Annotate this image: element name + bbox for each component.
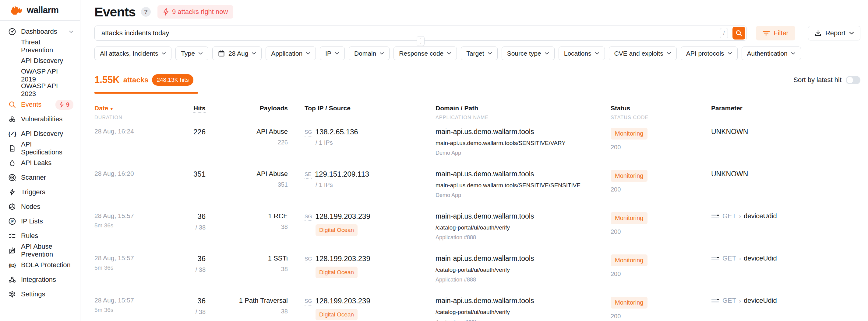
event-row[interactable]: 28 Aug, 15:575m 36s36/ 381 Path Traversa…	[94, 297, 860, 321]
ip-address[interactable]: 128.199.203.239	[315, 254, 370, 263]
ip-address[interactable]: 128.199.203.239	[315, 212, 370, 221]
filter-button[interactable]: Filter	[756, 26, 795, 40]
ip-address[interactable]: 138.2.65.136	[315, 128, 358, 136]
filter-chip-source-type[interactable]: Source type	[502, 46, 555, 60]
sidebar-item-owasp-api-2023[interactable]: OWASP API 2023	[0, 83, 80, 97]
sidebar-item-integrations[interactable]: Integrations	[0, 272, 80, 287]
domain[interactable]: main-api.us.demo.wallarm.tools	[436, 254, 603, 263]
filter-chip-type[interactable]: Type	[176, 46, 208, 60]
gauge-icon	[8, 27, 17, 36]
filter-chip-ip[interactable]: IP	[320, 46, 345, 60]
sidebar-item-nodes[interactable]: Nodes	[0, 200, 80, 214]
event-duration: 5m 36s	[94, 264, 193, 271]
event-row[interactable]: 28 Aug, 15:575m 36s36/ 381 RCE38SG128.19…	[94, 212, 860, 247]
column-header-status[interactable]: Status STATUS CODE	[603, 105, 704, 120]
event-date: 28 Aug, 16:24	[94, 128, 193, 135]
column-header-payloads[interactable]: Payloads	[212, 105, 297, 120]
source-provider-tag[interactable]: Digital Ocean	[315, 309, 358, 320]
status-badge: Monitoring	[611, 212, 648, 224]
column-header-top-ip[interactable]: Top IP / Source	[297, 105, 428, 120]
help-icon[interactable]: ?	[141, 7, 151, 17]
breadcrumb-arrow: ›	[739, 213, 741, 220]
tab-attacks[interactable]: 1.55K attacks 248.13K hits	[94, 74, 193, 86]
search-button[interactable]	[733, 27, 745, 39]
event-row[interactable]: 28 Aug, 16:20351API Abuse351SE129.151.20…	[94, 170, 860, 205]
ip-address[interactable]: 129.151.209.113	[315, 170, 369, 178]
sidebar-item-api-discovery[interactable]: API Discovery	[0, 54, 80, 68]
date-cell: 28 Aug, 15:575m 36s	[94, 254, 193, 289]
event-row[interactable]: 28 Aug, 16:24226API Abuse226SG138.2.65.1…	[94, 128, 860, 163]
parameter-location: GET	[722, 297, 736, 305]
filter-chip-domain[interactable]: Domain	[349, 46, 390, 60]
sidebar-item-label: API Abuse Prevention	[21, 243, 73, 258]
application-name: Application #888	[436, 235, 603, 241]
filter-chip-all-attacks-incidents[interactable]: All attacks, Incidents	[94, 46, 172, 60]
get-param-icon	[711, 256, 719, 261]
filter-chip-locations[interactable]: Locations	[559, 46, 605, 60]
id-braces-icon: {ID}	[8, 261, 17, 269]
shortcut-key-hint: /	[720, 28, 728, 38]
search-expand-handle[interactable]: ⌃ ⌄	[416, 36, 425, 46]
domain-path-cell: main-api.us.demo.wallarm.toolsmain-api.u…	[428, 170, 603, 205]
logo[interactable]: wallarm	[0, 0, 80, 21]
filter-chip-28-aug[interactable]: 28 Aug	[212, 46, 261, 60]
sidebar-item-scanner[interactable]: Scanner	[0, 170, 80, 185]
chevron-down-icon	[545, 52, 549, 55]
parameter-value: deviceUdid	[744, 254, 777, 262]
sort-toggle[interactable]	[846, 76, 860, 84]
sidebar-item-api-abuse-prevention[interactable]: API Abuse Prevention	[0, 243, 80, 258]
date-cell: 28 Aug, 15:575m 36s	[94, 212, 193, 247]
domain[interactable]: main-api.us.demo.wallarm.tools	[436, 297, 603, 305]
hits-cell: 36/ 38	[193, 212, 212, 247]
application-name: Application #888	[436, 319, 603, 321]
column-header-date[interactable]: Date▼ DURATION	[94, 105, 193, 120]
attacks-now-badge[interactable]: 9 attacks right now	[157, 5, 233, 19]
sidebar-item-label: Dashboards	[21, 28, 57, 36]
chevron-down-icon	[69, 30, 73, 33]
payload-type: 1 SSTi	[212, 254, 288, 262]
sidebar-item-api-specifications[interactable]: API Specifications	[0, 141, 80, 156]
sidebar-item-api-leaks[interactable]: API Leaks	[0, 156, 80, 170]
domain-path-cell: main-api.us.demo.wallarm.toolsmain-api.u…	[428, 128, 603, 163]
sidebar-item-label: Events	[21, 101, 41, 109]
column-header-parameter[interactable]: Parameter	[704, 105, 860, 120]
event-date: 28 Aug, 16:20	[94, 170, 193, 177]
table-header: Date▼ DURATION Hits Payloads Top IP / So…	[94, 105, 860, 120]
source-provider-tag[interactable]: Digital Ocean	[315, 224, 358, 236]
filter-chip-application[interactable]: Application	[266, 46, 316, 60]
filter-chip-cve-and-exploits[interactable]: CVE and exploits	[609, 46, 677, 60]
report-button[interactable]: Report	[808, 26, 860, 40]
source-provider-tag[interactable]: Digital Ocean	[315, 266, 358, 278]
column-header-domain[interactable]: Domain / Path APPLICATION NAME	[428, 105, 603, 120]
filter-chip-authentication[interactable]: Authentication	[742, 46, 801, 60]
sidebar-item-owasp-api-2019[interactable]: OWASP API 2019	[0, 68, 80, 83]
sidebar-item-events[interactable]: Events9	[0, 97, 80, 112]
filter-chips-row: All attacks, IncidentsType28 AugApplicat…	[94, 46, 860, 60]
sidebar-item-label: OWASP API 2023	[21, 82, 73, 98]
payload-type: 1 RCE	[212, 212, 288, 220]
sidebar-item-ip-lists[interactable]: IPIP Lists	[0, 214, 80, 228]
parameter-cell: GET›deviceUdid	[704, 297, 860, 321]
get-param-icon	[711, 298, 719, 304]
sidebar-item-dashboards[interactable]: Dashboards	[0, 24, 80, 39]
domain[interactable]: main-api.us.demo.wallarm.tools	[436, 170, 603, 178]
domain[interactable]: main-api.us.demo.wallarm.tools	[436, 212, 603, 220]
domain-path-cell: main-api.us.demo.wallarm.tools/catalog-p…	[428, 212, 603, 247]
sidebar-item-api-discovery[interactable]: {✓}API Discovery	[0, 127, 80, 141]
domain[interactable]: main-api.us.demo.wallarm.tools	[436, 128, 603, 136]
filter-chip-target[interactable]: Target	[461, 46, 497, 60]
sidebar-item-triggers[interactable]: Triggers	[0, 185, 80, 200]
chevron-down-icon	[379, 52, 384, 55]
filter-chip-response-code[interactable]: Response code	[394, 46, 457, 60]
sidebar-item-rules[interactable]: Rules	[0, 228, 80, 243]
column-header-hits[interactable]: Hits	[193, 105, 212, 120]
lightning-icon	[163, 8, 169, 16]
filter-chip-api-protocols[interactable]: API protocols	[681, 46, 738, 60]
breadcrumb-arrow: ›	[739, 297, 741, 304]
sidebar-item-settings[interactable]: Settings	[0, 287, 80, 301]
event-row[interactable]: 28 Aug, 15:575m 36s36/ 381 SSTi38SG128.1…	[94, 254, 860, 289]
sidebar-item-threat-prevention[interactable]: Threat Prevention	[0, 39, 80, 54]
sidebar-item-vulnerabilities[interactable]: Vulnerabilities	[0, 112, 80, 127]
ip-address[interactable]: 128.199.203.239	[315, 297, 370, 305]
sidebar-item-bola-protection[interactable]: {ID}BOLA Protection	[0, 258, 80, 272]
